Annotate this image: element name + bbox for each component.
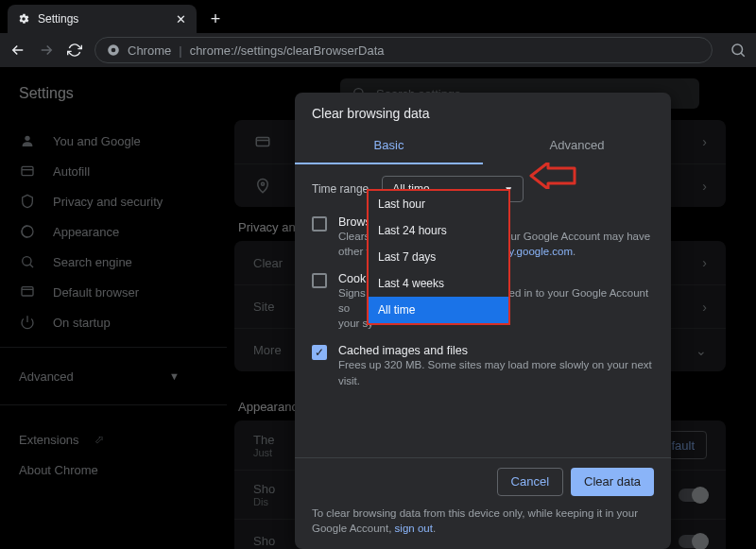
omnibox-url: chrome://settings/clearBrowserData	[190, 43, 385, 58]
option-title: Cached images and files	[338, 344, 654, 357]
timerange-label: Time range	[312, 182, 369, 196]
checkbox[interactable]	[312, 216, 327, 232]
browser-tab[interactable]: Settings ✕	[8, 5, 197, 33]
new-tab-button[interactable]: +	[202, 6, 229, 32]
dropdown-item[interactable]: Last 7 days	[369, 244, 508, 270]
annotation-arrow-icon	[529, 163, 576, 189]
svg-point-1	[112, 48, 116, 53]
dialog-title: Clear browsing data	[295, 93, 671, 121]
dropdown-item[interactable]: Last 24 hours	[369, 217, 508, 244]
tab-advanced[interactable]: Advanced	[483, 127, 671, 164]
search-icon[interactable]	[730, 42, 747, 59]
back-button[interactable]	[9, 42, 26, 59]
reload-button[interactable]	[66, 42, 83, 59]
dialog-footnote: To clear browsing data from this device …	[312, 506, 654, 536]
svg-point-2	[732, 44, 743, 55]
omnibox-prefix: Chrome	[128, 43, 171, 58]
close-icon[interactable]: ✕	[174, 12, 187, 26]
dropdown-item[interactable]: All time	[369, 297, 508, 323]
forward-button	[38, 42, 55, 59]
checkbox[interactable]	[312, 273, 327, 288]
cancel-button[interactable]: Cancel	[497, 468, 563, 496]
tab-title: Settings	[38, 12, 78, 26]
gear-icon	[17, 12, 30, 26]
tab-basic[interactable]: Basic	[295, 127, 483, 164]
dropdown-item[interactable]: Last 4 weeks	[369, 270, 508, 297]
checkbox[interactable]: ✓	[312, 345, 327, 360]
dropdown-item[interactable]: Last hour	[369, 191, 508, 217]
clear-data-button[interactable]: Clear data	[571, 468, 654, 496]
chrome-logo-icon	[107, 43, 120, 57]
timerange-dropdown: Last hour Last 24 hours Last 7 days Last…	[367, 189, 510, 325]
sign-out-link[interactable]: sign out	[395, 523, 433, 534]
option-desc: Frees up 320 MB. Some sites may load mor…	[338, 357, 654, 387]
address-bar[interactable]: Chrome | chrome://settings/clearBrowserD…	[94, 37, 713, 63]
option-cached[interactable]: ✓ Cached images and files Frees up 320 M…	[312, 344, 654, 387]
